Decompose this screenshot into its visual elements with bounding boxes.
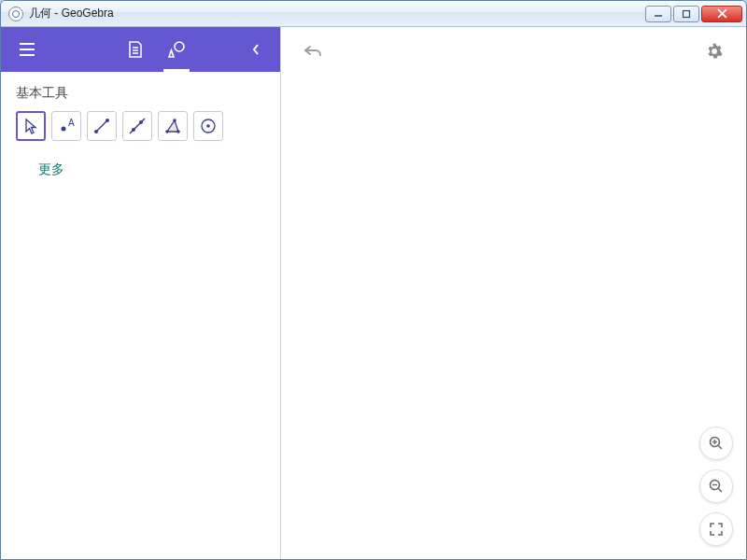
svg-line-30 bbox=[718, 488, 722, 492]
svg-point-21 bbox=[176, 130, 180, 133]
document-icon bbox=[127, 40, 144, 59]
app-icon bbox=[8, 7, 23, 21]
titlebar[interactable]: 几何 - GeoGebra bbox=[1, 1, 746, 27]
geometry-icon bbox=[167, 40, 186, 59]
svg-point-10 bbox=[175, 42, 184, 51]
tool-grid: A bbox=[16, 111, 265, 141]
svg-point-11 bbox=[62, 127, 66, 132]
gear-icon bbox=[705, 42, 724, 61]
svg-point-17 bbox=[132, 128, 135, 132]
svg-point-15 bbox=[106, 119, 109, 122]
sidebar-toolbar bbox=[1, 27, 280, 72]
undo-button[interactable] bbox=[298, 36, 328, 66]
segment-icon bbox=[92, 116, 112, 136]
svg-point-22 bbox=[173, 119, 176, 122]
svg-line-16 bbox=[130, 119, 145, 133]
sidebar-tabs bbox=[119, 27, 193, 72]
close-button[interactable] bbox=[701, 6, 742, 22]
canvas-top-bar bbox=[298, 36, 729, 66]
svg-text:A: A bbox=[68, 118, 75, 128]
menu-button[interactable] bbox=[10, 33, 44, 66]
point-tool[interactable]: A bbox=[51, 111, 81, 141]
svg-point-24 bbox=[206, 124, 210, 128]
cursor-icon bbox=[21, 116, 41, 136]
settings-button[interactable] bbox=[699, 36, 729, 66]
tab-algebra[interactable] bbox=[119, 27, 152, 72]
canvas-area[interactable] bbox=[281, 27, 746, 559]
tab-tools[interactable] bbox=[160, 27, 193, 72]
svg-line-26 bbox=[718, 445, 722, 449]
undo-icon bbox=[303, 43, 323, 60]
move-tool[interactable] bbox=[16, 111, 46, 141]
maximize-button[interactable] bbox=[673, 6, 699, 22]
maximize-icon bbox=[682, 9, 691, 19]
window-title: 几何 - GeoGebra bbox=[29, 6, 114, 21]
svg-point-18 bbox=[139, 120, 143, 124]
more-link[interactable]: 更多 bbox=[38, 161, 265, 178]
minimize-icon bbox=[654, 9, 663, 19]
section-title-basic: 基本工具 bbox=[16, 85, 265, 102]
hamburger-icon bbox=[18, 40, 36, 59]
zoom-in-button[interactable] bbox=[699, 427, 733, 460]
segment-tool[interactable] bbox=[87, 111, 117, 141]
polygon-icon bbox=[162, 116, 183, 136]
chevron-left-icon bbox=[251, 43, 261, 56]
line-tool[interactable] bbox=[122, 111, 152, 141]
minimize-button[interactable] bbox=[645, 6, 671, 22]
tool-body: 基本工具 A bbox=[1, 72, 280, 559]
zoom-out-button[interactable] bbox=[699, 469, 733, 503]
fullscreen-button[interactable] bbox=[699, 512, 733, 546]
collapse-sidebar-button[interactable] bbox=[241, 35, 271, 64]
zoom-out-icon bbox=[708, 478, 725, 495]
zoom-controls bbox=[699, 427, 733, 546]
svg-line-13 bbox=[96, 120, 107, 132]
polygon-tool[interactable] bbox=[158, 111, 188, 141]
point-icon: A bbox=[56, 116, 77, 136]
content: 基本工具 A bbox=[1, 27, 746, 559]
svg-rect-1 bbox=[684, 10, 690, 17]
line-icon bbox=[127, 116, 148, 136]
app-window: 几何 - GeoGebra bbox=[0, 0, 747, 560]
svg-marker-19 bbox=[167, 120, 178, 132]
fullscreen-icon bbox=[709, 522, 724, 537]
zoom-in-icon bbox=[708, 435, 725, 452]
window-controls bbox=[643, 6, 742, 22]
svg-point-20 bbox=[165, 130, 169, 133]
circle-icon bbox=[198, 116, 218, 136]
close-icon bbox=[717, 8, 727, 19]
svg-point-14 bbox=[94, 130, 98, 133]
circle-tool[interactable] bbox=[193, 111, 223, 141]
side-panel: 基本工具 A bbox=[1, 27, 281, 559]
